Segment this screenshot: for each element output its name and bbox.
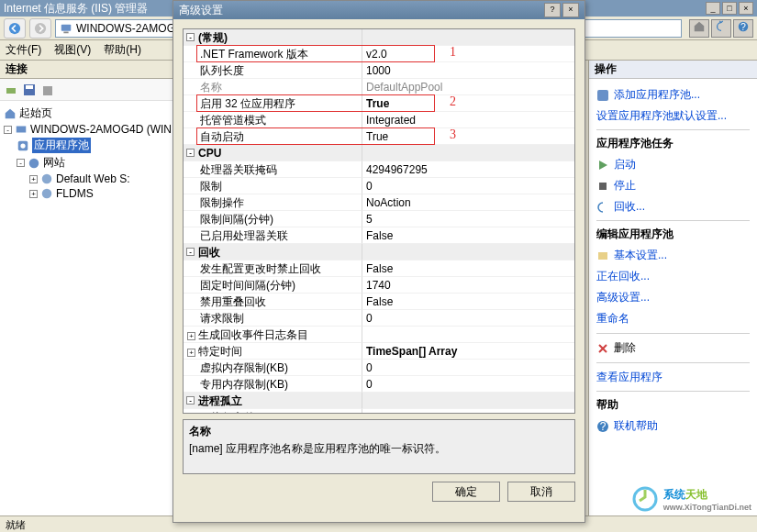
menu-help[interactable]: 帮助(H) — [104, 42, 141, 58]
action-rename[interactable]: 重命名 — [596, 308, 750, 329]
prop-disableoverlap-value[interactable]: False — [362, 294, 574, 310]
forward-button[interactable] — [29, 18, 51, 39]
svg-rect-18 — [598, 252, 607, 260]
prop-pmemlimit-value[interactable]: 0 — [362, 376, 574, 393]
collapse-icon[interactable]: - — [186, 396, 195, 405]
action-advanced[interactable]: 高级设置... — [596, 287, 750, 308]
apppool-icon — [17, 139, 29, 152]
action-recycling[interactable]: 正在回收... — [596, 266, 750, 287]
save-icon[interactable] — [22, 83, 37, 97]
tree-start[interactable]: 起始页 — [19, 105, 52, 121]
prop-specifictime-label[interactable]: 特定时间 — [198, 345, 242, 358]
collapse-icon[interactable]: - — [186, 248, 195, 256]
action-start[interactable]: 启动 — [596, 154, 750, 175]
prop-limitaction-value[interactable]: NoAction — [362, 194, 574, 211]
refresh-button[interactable] — [711, 19, 731, 38]
expander-icon[interactable]: - — [4, 126, 12, 134]
prop-netfx-label[interactable]: .NET Framework 版本 — [184, 46, 362, 62]
dialog-close-button[interactable]: × — [562, 3, 579, 17]
delete-icon[interactable] — [40, 83, 55, 97]
collapse-icon[interactable]: - — [186, 149, 195, 157]
prop-limitinterval-label[interactable]: 限制间隔(分钟) — [184, 211, 362, 227]
prop-disallow-label[interactable]: 发生配置更改时禁止回收 — [184, 260, 362, 277]
prop-limitaction-label[interactable]: 限制操作 — [184, 194, 362, 211]
prop-name-label[interactable]: 名称 — [184, 79, 362, 95]
server-icon — [15, 123, 28, 136]
tree-sites[interactable]: 网站 — [43, 155, 65, 171]
expander-icon[interactable]: + — [29, 190, 38, 198]
prop-genlog-label[interactable]: 生成回收事件日志条目 — [198, 328, 308, 341]
prop-autostart-label[interactable]: 自动启动 — [184, 128, 362, 145]
prop-disableoverlap-label[interactable]: 禁用重叠回收 — [184, 294, 362, 310]
property-grid[interactable]: -(常规) .NET Framework 版本v2.0 队列长度1000 名称D… — [183, 28, 575, 414]
expander-icon[interactable]: + — [29, 175, 38, 183]
help-button[interactable]: ? — [733, 19, 753, 38]
expander-icon[interactable]: - — [17, 159, 25, 167]
svg-point-15 — [42, 189, 52, 199]
prop-autostart-value[interactable]: True — [362, 128, 574, 145]
prop-regulartime-value[interactable]: 1740 — [362, 277, 574, 294]
close-button[interactable]: × — [739, 2, 753, 15]
prop-enable32-value[interactable]: True — [362, 95, 574, 112]
prop-limit-value[interactable]: 0 — [362, 178, 574, 194]
logo-icon — [630, 484, 660, 514]
action-set-defaults[interactable]: 设置应用程序池默认设置... — [596, 105, 750, 127]
prop-pipeline-label[interactable]: 托管管道模式 — [184, 112, 362, 128]
svg-point-1 — [35, 22, 46, 33]
collapse-icon[interactable]: - — [186, 33, 195, 41]
tree-default-site[interactable]: Default Web S: — [56, 172, 129, 185]
home-button[interactable] — [689, 19, 709, 38]
connections-tree[interactable]: 起始页 -WINDOWS-2AMOG4D (WIN 应用程序池 -网站 +Def… — [0, 101, 173, 515]
action-remove[interactable]: 删除 — [596, 338, 750, 359]
menu-view[interactable]: 视图(V) — [54, 42, 91, 58]
prop-smpenabled-value[interactable]: False — [362, 227, 574, 244]
prop-orphanexe-label[interactable]: 可执行文件 — [184, 409, 362, 414]
dialog-help-button[interactable]: ? — [544, 3, 561, 17]
prop-queuelen-value[interactable]: 1000 — [362, 62, 574, 79]
expand-icon[interactable]: + — [187, 332, 195, 340]
tree-fldms[interactable]: FLDMS — [56, 187, 94, 200]
svg-rect-6 — [6, 88, 16, 94]
prop-queuelen-label[interactable]: 队列长度 — [184, 62, 362, 79]
connections-header: 连接 — [0, 61, 173, 79]
action-add-pool[interactable]: 添加应用程序池... — [596, 84, 750, 105]
prop-smpenabled-label[interactable]: 已启用处理器关联 — [184, 227, 362, 244]
tree-apppools[interactable]: 应用程序池 — [32, 138, 91, 153]
prop-requestlimit-label[interactable]: 请求限制 — [184, 310, 362, 327]
expand-icon[interactable]: + — [187, 349, 195, 357]
menu-file[interactable]: 文件(F) — [6, 42, 41, 58]
prop-name-value[interactable]: DefaultAppPool — [362, 79, 574, 95]
prop-pipeline-value[interactable]: Integrated — [362, 112, 574, 128]
prop-affinity-value[interactable]: 4294967295 — [362, 161, 574, 178]
prop-requestlimit-value[interactable]: 0 — [362, 310, 574, 327]
prop-limit-label[interactable]: 限制 — [184, 178, 362, 194]
action-stop[interactable]: 停止 — [596, 175, 750, 196]
maximize-button[interactable]: □ — [722, 2, 737, 15]
prop-vmemlimit-value[interactable]: 0 — [362, 360, 574, 376]
prop-pmemlimit-label[interactable]: 专用内存限制(KB) — [184, 376, 362, 393]
annotation-2: 2 — [450, 94, 456, 109]
cancel-button[interactable]: 取消 — [507, 482, 575, 502]
prop-vmemlimit-label[interactable]: 虚拟内存限制(KB) — [184, 360, 362, 376]
back-button[interactable] — [4, 18, 26, 39]
svg-rect-17 — [599, 183, 607, 190]
prop-enable32-label[interactable]: 启用 32 位应用程序 — [184, 95, 362, 112]
prop-regulartime-label[interactable]: 固定时间间隔(分钟) — [184, 277, 362, 294]
action-view-apps[interactable]: 查看应用程序 — [596, 367, 750, 388]
connect-icon[interactable] — [4, 83, 18, 97]
svg-point-14 — [42, 174, 52, 184]
tree-server[interactable]: WINDOWS-2AMOG4D (WIN — [30, 123, 172, 136]
ok-button[interactable]: 确定 — [432, 482, 500, 502]
action-recycle[interactable]: 回收... — [596, 196, 750, 217]
prop-netfx-value[interactable]: v2.0 — [362, 46, 574, 62]
prop-specifictime-value[interactable]: TimeSpan[] Array — [362, 343, 574, 360]
prop-affinity-label[interactable]: 处理器关联掩码 — [184, 161, 362, 178]
recycle-icon — [596, 201, 609, 214]
action-online-help[interactable]: ?联机帮助 — [596, 416, 750, 437]
svg-point-13 — [29, 158, 39, 168]
prop-disallow-value[interactable]: False — [362, 260, 574, 277]
settings-icon — [596, 249, 609, 262]
prop-limitinterval-value[interactable]: 5 — [362, 211, 574, 227]
action-basic[interactable]: 基本设置... — [596, 245, 750, 266]
minimize-button[interactable]: _ — [706, 2, 720, 15]
